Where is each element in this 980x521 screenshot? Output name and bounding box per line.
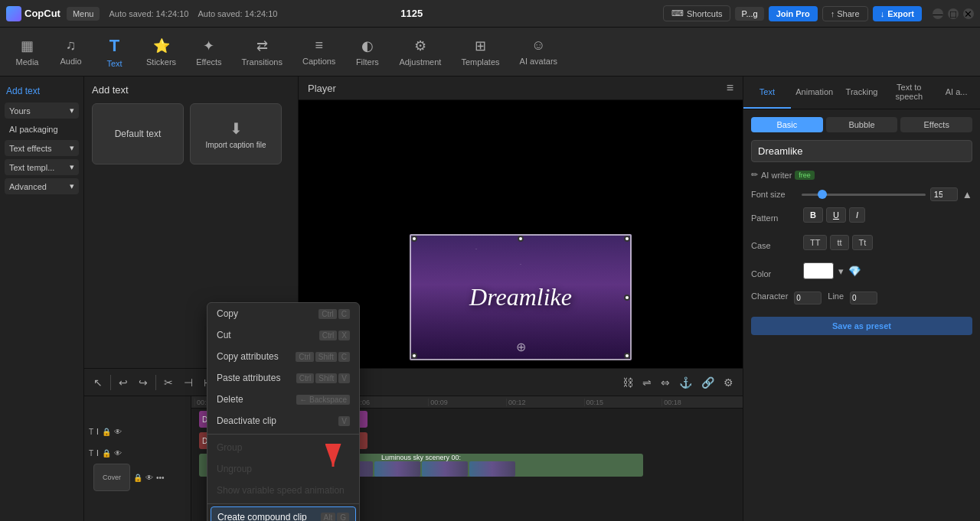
tool-filters[interactable]: ◐ Filters (346, 33, 388, 71)
default-text-preset[interactable]: Default text (92, 103, 184, 164)
select-tool-button[interactable]: ↖ (90, 375, 106, 390)
settings-button[interactable]: ⚙ (720, 375, 737, 390)
font-size-up-button[interactable]: ▲ (962, 189, 972, 200)
color-controls: ▾ 💎 (803, 262, 861, 279)
alt-key-cc: Alt (321, 513, 336, 522)
ctx-delete[interactable]: Delete ← Backspace (207, 389, 359, 410)
undo-button[interactable]: ↩ (116, 375, 131, 390)
tool-adjustment[interactable]: ⚙ Adjustment (390, 33, 450, 71)
tool-audio[interactable]: ♫ Audio (50, 33, 92, 70)
font-size-input[interactable] (930, 187, 958, 201)
eyedropper-button[interactable]: 💎 (848, 265, 861, 277)
tool-captions[interactable]: ≡ Captions (293, 33, 345, 70)
share-button[interactable]: ↑ Share (822, 6, 868, 21)
tab-text[interactable]: Text (743, 77, 791, 109)
tool-templates[interactable]: ⊞ Templates (452, 33, 508, 71)
v-key-pa: V (338, 373, 350, 383)
tool-stickers[interactable]: ⭐ Stickers (137, 33, 185, 71)
text-tab-effects[interactable]: Effects (900, 117, 972, 132)
text-tab-basic[interactable]: Basic (751, 117, 823, 132)
advanced-dropdown[interactable]: Advanced ▾ (5, 178, 79, 194)
tool-transitions[interactable]: ⇄ Transitions (233, 33, 292, 71)
character-input[interactable] (794, 291, 822, 304)
ctrl-key-cut: Ctrl (319, 331, 338, 340)
trim-left-button[interactable]: ⊣ (181, 375, 196, 390)
color-dropdown-button[interactable]: ▾ (838, 265, 844, 277)
ctx-deactivate[interactable]: Deactivate clip V (207, 410, 359, 431)
track-label-3: Cover 🔒 👁 ••• (84, 464, 191, 491)
ctx-compound-clip[interactable]: Create compound clip Alt G (211, 506, 356, 521)
eye-icon-1[interactable]: 👁 (114, 428, 122, 436)
text-tab-bubble[interactable]: Bubble (826, 117, 898, 132)
templates-icon: ⊞ (475, 37, 486, 54)
player-menu-button[interactable]: ≡ (727, 81, 733, 95)
text-track-label-2: I (96, 449, 99, 458)
video-handle-tl[interactable] (411, 236, 417, 242)
clip-label-3: Luminous sky scenery 00: (381, 454, 461, 461)
lock-icon-1[interactable]: 🔒 (102, 428, 111, 436)
text-effects-dropdown[interactable]: Text effects ▾ (5, 140, 79, 156)
video-handle-mr[interactable] (624, 295, 630, 301)
arrow-svg (318, 444, 348, 474)
lock-icon-2[interactable]: 🔒 (102, 449, 111, 458)
tool-text[interactable]: T Text (93, 31, 136, 73)
more-icon-3[interactable]: ••• (156, 474, 165, 482)
anchor-button[interactable]: ⚓ (676, 375, 695, 390)
ctx-copy[interactable]: Copy Ctrl C (207, 303, 359, 324)
video-handle-top[interactable] (518, 236, 524, 242)
line-input[interactable] (850, 291, 877, 304)
join-pro-button[interactable]: Join Pro (769, 6, 818, 21)
ctx-copy-attrs[interactable]: Copy attributes Ctrl Shift C (207, 346, 359, 367)
ctx-paste-attrs-shortcut: Ctrl Shift V (296, 373, 350, 383)
color-swatch[interactable] (803, 262, 834, 279)
profile-button[interactable]: P...g (735, 7, 763, 21)
tool-ai-avatars[interactable]: ☺ AI avatars (511, 33, 567, 70)
text-value-input[interactable] (751, 140, 972, 162)
underline-button[interactable]: U (826, 207, 846, 223)
tab-ai[interactable]: AI a... (933, 77, 980, 109)
yours-dropdown[interactable]: Yours ▾ (5, 103, 79, 119)
lock-icon-3[interactable]: 🔒 (133, 474, 142, 482)
video-handle-tr[interactable] (624, 236, 630, 242)
text-templates-dropdown[interactable]: Text templ... ▾ (5, 159, 79, 175)
sync-button[interactable]: ⇔ (658, 375, 673, 390)
save-preset-button[interactable]: Save as preset (751, 317, 972, 335)
italic-button[interactable]: I (849, 207, 865, 223)
split-button[interactable]: ✂ (161, 375, 176, 390)
redo-button[interactable]: ↪ (136, 375, 151, 390)
video-handle-br[interactable] (624, 353, 630, 359)
chain-button[interactable]: ⇌ (639, 375, 655, 390)
shortcuts-button[interactable]: ⌨ Shortcuts (663, 5, 730, 21)
magnet-button[interactable]: 🔗 (698, 375, 717, 390)
ctrl-key-ca: Ctrl (296, 352, 314, 362)
timeline-toolbar: ↖ ↩ ↪ ✂ ⊣ ⊢ 🗑 ⛓ ⇌ ⇔ ⚓ 🔗 ⚙ (84, 369, 743, 396)
ai-packaging-button[interactable]: AI packaging (5, 122, 79, 137)
ctx-paste-attrs[interactable]: Paste attributes Ctrl Shift V (207, 367, 359, 389)
tab-animation[interactable]: Animation (791, 77, 838, 109)
font-size-slider[interactable] (802, 194, 926, 196)
video-handle-bl[interactable] (411, 353, 417, 359)
link-button[interactable]: ⛓ (619, 375, 636, 390)
menu-button[interactable]: Menu (67, 7, 100, 21)
close-button[interactable]: ✕ (963, 8, 974, 19)
maximize-button[interactable]: □ (948, 8, 959, 19)
titlecase-button[interactable]: Tt (852, 235, 874, 250)
text-tabs-row: Basic Bubble Effects (751, 117, 972, 132)
import-caption-preset[interactable]: ⬇ Import caption file (190, 103, 282, 164)
uppercase-button[interactable]: TT (803, 235, 827, 250)
ctx-cut-label: Cut (217, 330, 231, 340)
ctx-variable-speed: Show variable speed animation (207, 480, 359, 501)
eye-icon-3[interactable]: 👁 (145, 474, 153, 482)
lowercase-button[interactable]: tt (830, 235, 848, 250)
export-button[interactable]: ↓ Export (873, 6, 922, 21)
tool-effects[interactable]: ✦ Effects (187, 33, 230, 71)
eye-icon-2[interactable]: 👁 (114, 449, 122, 458)
ai-writer-row[interactable]: ✏ AI writer free (751, 170, 972, 180)
tab-tracking[interactable]: Tracking (838, 77, 886, 109)
video-center-icon: ⊕ (516, 340, 526, 354)
tab-text-to-speech[interactable]: Text to speech (885, 77, 933, 109)
minimize-button[interactable]: — (933, 8, 943, 19)
tool-media[interactable]: ▦ Media (6, 33, 48, 71)
ctx-cut[interactable]: Cut Ctrl X (207, 324, 359, 346)
bold-button[interactable]: B (803, 207, 823, 223)
